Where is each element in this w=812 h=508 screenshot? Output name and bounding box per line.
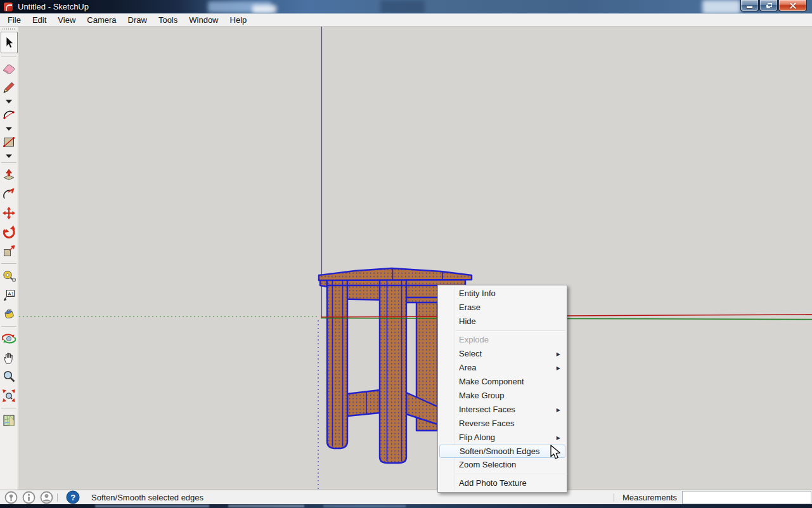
taskbar-ghost: [323, 505, 406, 507]
background-window-ghost: [380, 0, 425, 14]
table-front-right-leg: [380, 280, 406, 463]
arc-icon: [2, 108, 16, 122]
menu-tools[interactable]: Tools: [153, 15, 183, 26]
follow-me-icon: [2, 187, 16, 201]
rectangle-icon: [2, 135, 16, 149]
status-bar: ? Soften/Smooth selected edges Measureme…: [0, 490, 812, 504]
select-icon: [2, 36, 16, 49]
measurements-input[interactable]: [682, 491, 811, 504]
close-button[interactable]: [778, 0, 807, 11]
context-menu-item-flip-along[interactable]: Flip Along: [438, 431, 567, 445]
background-window-ghost: [252, 5, 276, 13]
chevron-down-icon: [5, 126, 13, 131]
context-menu-item-zoom-selection[interactable]: Zoom Selection: [438, 458, 567, 472]
shape-tools-dropdown-button[interactable]: [1, 152, 18, 160]
menu-file[interactable]: File: [2, 15, 27, 26]
title-bar: Untitled - SketchUp: [0, 0, 812, 14]
help-icon[interactable]: ?: [66, 490, 80, 504]
line-tools-dropdown-button[interactable]: [1, 97, 18, 105]
toolbar-separator: [1, 326, 16, 327]
geolocation-icon[interactable]: [4, 491, 18, 504]
chevron-down-icon: [5, 99, 13, 104]
pencil-icon: [2, 81, 16, 94]
toolbar-separator: [1, 162, 16, 163]
tool-rectangle-button[interactable]: [1, 133, 18, 152]
tool-add-location-button[interactable]: [1, 411, 18, 430]
tool-line-button[interactable]: [1, 78, 18, 97]
orbit-icon: [2, 332, 16, 346]
menu-bar: FileEditViewCameraDrawToolsWindowHelp: [0, 14, 812, 27]
mouse-cursor: [549, 445, 563, 461]
pan-icon: [2, 351, 16, 365]
arc-tools-dropdown-button[interactable]: [1, 124, 18, 133]
tool-move-button[interactable]: [1, 204, 18, 223]
tool-zoom-button[interactable]: [1, 367, 18, 386]
statusbar-separator: [57, 493, 58, 502]
window-controls: [740, 0, 807, 11]
tool-orbit-button[interactable]: [1, 329, 18, 348]
table-front-left-leg: [327, 280, 347, 448]
tool-push-pull-button[interactable]: [1, 166, 18, 185]
tool-pan-button[interactable]: [1, 348, 18, 367]
sketchup-window: Untitled - SketchUp FileEditViewCameraDr…: [0, 0, 812, 508]
context-menu-item-hide[interactable]: Hide: [438, 315, 567, 329]
context-menu-item-intersect-faces[interactable]: Intersect Faces: [438, 403, 567, 417]
context-menu-item-add-photo-texture[interactable]: Add Photo Texture: [438, 476, 567, 490]
context-menu-item-area[interactable]: Area: [438, 361, 567, 375]
svg-text:A1: A1: [8, 291, 14, 297]
context-menu-item-make-group[interactable]: Make Group: [438, 389, 567, 403]
context-menu-separator: [456, 330, 565, 331]
zoom-icon: [2, 370, 16, 384]
table-stretcher-left: [347, 390, 380, 416]
svg-text:?: ?: [70, 493, 75, 502]
menu-camera[interactable]: Camera: [81, 15, 122, 26]
tool-zoom-extents-button[interactable]: [1, 386, 18, 405]
move-icon: [2, 206, 16, 220]
workspace: A1: [0, 27, 812, 490]
context-menu-item-entity-info[interactable]: Entity Info: [438, 287, 567, 301]
minimize-button[interactable]: [740, 0, 759, 11]
menu-window[interactable]: Window: [183, 15, 224, 26]
context-menu-item-reverse-faces[interactable]: Reverse Faces: [438, 417, 567, 431]
sketchup-logo-icon: [4, 3, 13, 11]
scale-icon: [2, 244, 16, 258]
background-window-ghost: [702, 0, 740, 14]
tool-palette: A1: [0, 27, 18, 490]
tool-tape-measure-button[interactable]: [1, 266, 18, 285]
text-icon: A1: [2, 288, 16, 302]
tool-rotate-button[interactable]: [1, 223, 18, 242]
context-menu-item-select[interactable]: Select: [438, 347, 567, 361]
close-icon: [790, 3, 796, 9]
table-top: [319, 268, 472, 280]
tape-measure-icon: [2, 269, 16, 283]
credits-icon[interactable]: [40, 491, 53, 504]
add-location-icon: [2, 414, 16, 427]
window-bottom-frame: [0, 504, 812, 508]
tool-dimension-text-button[interactable]: A1: [1, 285, 18, 304]
menu-draw[interactable]: Draw: [122, 15, 153, 26]
context-menu-separator: [456, 474, 565, 474]
tool-arc-button[interactable]: [1, 105, 18, 124]
drawing-canvas[interactable]: [19, 27, 812, 490]
restore-button[interactable]: [759, 0, 778, 11]
context-menu-item-soften-smooth-edges[interactable]: Soften/Smooth Edges: [439, 445, 565, 458]
context-menu: Entity InfoEraseHideExplodeSelectAreaMak…: [437, 285, 567, 493]
tool-select-button[interactable]: [1, 32, 18, 53]
push-pull-icon: [2, 168, 16, 182]
context-menu-item-erase[interactable]: Erase: [438, 301, 567, 315]
context-menu-item-make-component[interactable]: Make Component: [438, 375, 567, 389]
window-title: Untitled - SketchUp: [18, 2, 89, 11]
toolbar-separator: [1, 263, 16, 264]
menu-edit[interactable]: Edit: [27, 15, 52, 26]
tool-follow-me-button[interactable]: [1, 185, 18, 204]
tool-paint-bucket-button[interactable]: [1, 304, 18, 323]
menu-help[interactable]: Help: [224, 15, 253, 26]
paint-bucket-icon: [2, 307, 16, 321]
model-scene: [19, 27, 812, 490]
tool-scale-button[interactable]: [1, 242, 18, 261]
eraser-icon: [1, 62, 16, 75]
tool-eraser-button[interactable]: [1, 59, 18, 78]
menu-view[interactable]: View: [52, 15, 81, 26]
model-info-icon[interactable]: [22, 491, 35, 504]
toolbar-separator: [1, 56, 16, 56]
